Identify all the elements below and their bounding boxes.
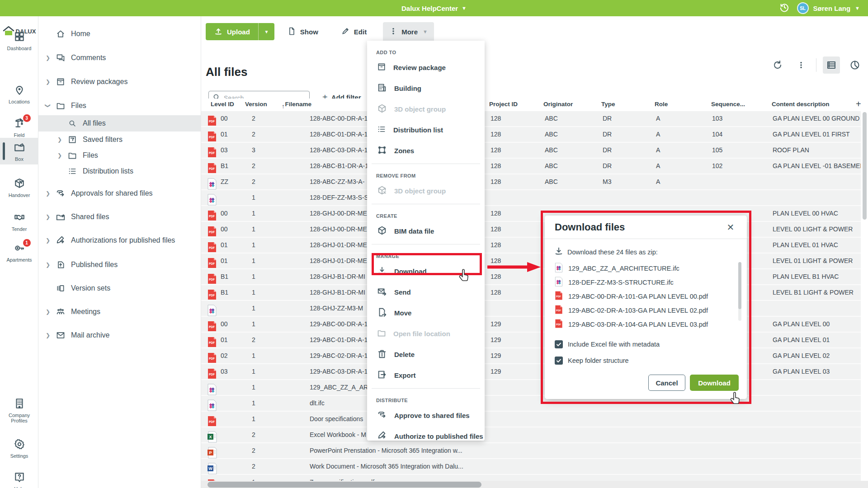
table-row[interactable]: PDF001129-ABC-00-DR-A-1129GA PLAN LEVEL … — [201, 317, 861, 333]
column-header-level-id[interactable]: Level ID — [211, 101, 234, 108]
history-icon[interactable] — [779, 2, 790, 14]
column-header-role[interactable]: Role — [655, 101, 668, 108]
chevron-right-icon[interactable]: ❯ — [42, 262, 54, 268]
column-header-project-id[interactable]: Project ID — [489, 101, 518, 108]
menu-item-building[interactable]: Building — [367, 78, 485, 99]
checkbox-checked-icon[interactable] — [555, 340, 563, 348]
column-header-originator[interactable]: Originator — [543, 101, 573, 108]
nav-item-distribution-lists[interactable]: Distribution lists — [38, 163, 201, 179]
upload-caret-button[interactable]: ▼ — [258, 23, 274, 40]
horizontal-scrollbar-thumb[interactable] — [208, 482, 481, 488]
table-row[interactable]: P2PowerPoint Prenstation - Microsoft 365… — [201, 443, 861, 459]
table-row[interactable]: PDF001128-GHJ-00-DR-ME128LEVEL 00 LIGHT … — [201, 222, 861, 238]
nav-item-authorizations-for-published-files[interactable]: ❯Authorizations for published files — [38, 232, 201, 249]
menu-item-delete[interactable]: Delete — [367, 344, 485, 365]
table-row[interactable]: 1129_ABC_ZZ_A_AR — [201, 380, 861, 396]
download-confirm-button[interactable]: Download — [690, 375, 739, 391]
checkbox-checked-icon[interactable] — [555, 357, 563, 365]
chevron-down-icon[interactable]: ❯ — [45, 100, 51, 112]
horizontal-scrollbar[interactable] — [201, 481, 868, 488]
column-header-sequence-[interactable]: Sequence... — [711, 101, 745, 108]
checkbox-keep-folder-structure[interactable]: Keep folder structure — [555, 354, 747, 367]
chart-view-button[interactable] — [846, 56, 863, 74]
nav-item-published-files[interactable]: ❯Published files — [38, 257, 201, 273]
menu-item-bim-data-file[interactable]: BIM data file — [367, 221, 485, 241]
dialog-list-scrollbar-thumb[interactable] — [738, 262, 741, 309]
table-row[interactable]: 1128-DEF-ZZ-M3-S-S — [201, 190, 861, 206]
nav-item-files[interactable]: ❯Files — [38, 147, 201, 164]
table-row[interactable]: PDF001128-GHJ-00-DR-ME128PLAN LEVEL 00 H… — [201, 206, 861, 222]
menu-item-approve-to-shared-files[interactable]: Approve to shared files — [367, 405, 485, 426]
table-row[interactable]: PDF033128-ABC-03-DR-A-1128ABCDRA105ROOF … — [201, 143, 861, 159]
table-row[interactable]: PDF002128-ABC-00-DR-A-1128ABCDRA103GA PL… — [201, 111, 861, 127]
rail-item-help[interactable]: Help — [0, 468, 38, 488]
close-icon[interactable]: ✕ — [724, 221, 737, 234]
nav-item-comments[interactable]: ❯Comments — [38, 50, 201, 66]
app-title-menu[interactable]: Dalux HelpCenter ▼ — [401, 5, 467, 12]
menu-item-authorize-to-published-files[interactable]: Authorize to published files — [367, 426, 485, 446]
table-row[interactable]: PDF1Door specifications — [201, 412, 861, 427]
rail-item-field[interactable]: 3Field — [0, 114, 38, 141]
show-button[interactable]: Show — [281, 23, 325, 41]
table-row[interactable]: PDFB11128-GHJ-B1-DR-MI128LEVEL B1 LIGHT … — [201, 285, 861, 301]
refresh-button[interactable] — [769, 56, 786, 74]
chevron-right-icon[interactable]: ❯ — [54, 136, 66, 143]
chevron-right-icon[interactable]: ❯ — [42, 55, 54, 61]
rail-item-apartments[interactable]: 1Apartments — [0, 239, 38, 265]
table-row[interactable]: PDF011128-GHJ-01-DR-ME128PLAN LEVEL 01 H… — [201, 238, 861, 253]
menu-item-export[interactable]: Export — [367, 365, 485, 385]
chevron-right-icon[interactable]: ❯ — [42, 214, 54, 220]
rail-item-handover[interactable]: Handover — [0, 174, 38, 201]
nav-item-files[interactable]: ❯Files — [38, 98, 201, 114]
table-row[interactable]: PDF012128-ABC-01-DR-A-1128ABCDRA104GA PL… — [201, 127, 861, 143]
vertical-scrollbar-thumb[interactable] — [863, 112, 867, 220]
rail-item-settings[interactable]: Settings — [0, 435, 38, 461]
table-row[interactable]: PDF021129-ABC-02-DR-A-1129GA PLAN LEVEL … — [201, 348, 861, 364]
column-header-filename[interactable]: ↑ Filename — [282, 101, 311, 108]
rail-item-dashboard[interactable]: Dashboard — [0, 27, 38, 54]
column-header-type[interactable]: Type — [601, 101, 615, 108]
table-row[interactable]: ZZ2128-ABC-ZZ-M3-A-128ABCM3A — [201, 174, 861, 190]
table-options-kebab-button[interactable] — [793, 56, 810, 74]
menu-item-distribution-list[interactable]: Distribution list — [367, 119, 485, 140]
table-row[interactable]: X2Excel Workbook - M — [201, 427, 861, 443]
chevron-right-icon[interactable]: ❯ — [42, 190, 54, 197]
table-row[interactable]: W2Work Document - Microsoft 365 Integrat… — [201, 459, 861, 475]
edit-button[interactable]: Edit — [335, 23, 373, 41]
chevron-right-icon[interactable]: ❯ — [42, 79, 54, 85]
rail-item-box[interactable]: Box — [0, 138, 38, 164]
menu-item-zones[interactable]: Zones — [367, 140, 485, 161]
more-button[interactable]: More ▼ — [383, 22, 434, 41]
chevron-right-icon[interactable]: ❯ — [42, 237, 54, 244]
table-row[interactable]: 1128-GHJ-ZZ-M3-M — [201, 301, 861, 317]
nav-item-review-packages[interactable]: ❯Review packages — [38, 74, 201, 90]
checkbox-include-excel-file-with-metadata[interactable]: Include Excel file with metadata — [555, 338, 747, 351]
table-row[interactable]: PDFB12128-ABC-B1-DR-A-1128ABCDRA102GA PL… — [201, 159, 861, 174]
column-header-content-description[interactable]: Content description — [772, 101, 830, 108]
table-row[interactable]: PDF031129-ABC-03-DR-A-1129GA PLAN LEVEL … — [201, 364, 861, 380]
menu-item-move[interactable]: Move — [367, 302, 485, 323]
chevron-right-icon[interactable]: ❯ — [42, 332, 54, 338]
user-menu[interactable]: SL Søren Lang ▼ — [797, 2, 860, 14]
nav-item-meetings[interactable]: ❯Meetings — [38, 304, 201, 320]
nav-item-saved-filters[interactable]: ❯Saved filters — [38, 131, 201, 148]
table-row[interactable]: 1dlt.ifc — [201, 396, 861, 412]
cancel-button[interactable]: Cancel — [648, 375, 685, 391]
nav-item-approvals-for-shared-files[interactable]: ❯Approvals for shared files — [38, 185, 201, 202]
table-row[interactable]: PDF012129-ABC-01-DR-A-1129GA PLAN LEVEL … — [201, 333, 861, 348]
nav-item-home[interactable]: Home — [38, 26, 201, 42]
add-column-icon[interactable]: + — [856, 99, 861, 109]
chevron-right-icon[interactable]: ❯ — [42, 309, 54, 315]
upload-button[interactable]: Upload ▼ — [206, 23, 274, 40]
rail-item-tender[interactable]: Tender — [0, 208, 38, 235]
rail-item-locations[interactable]: Locations — [0, 80, 38, 107]
menu-item-review-package[interactable]: Review package — [367, 57, 485, 78]
menu-item-send[interactable]: Send — [367, 282, 485, 302]
nav-item-shared-files[interactable]: ❯Shared files — [38, 209, 201, 225]
nav-item-mail-archive[interactable]: ❯Mail archive — [38, 327, 201, 343]
nav-item-version-sets[interactable]: Version sets — [38, 280, 201, 296]
column-header-version[interactable]: Version — [245, 101, 267, 108]
nav-item-all-files[interactable]: All files — [38, 115, 201, 131]
list-view-button[interactable] — [823, 56, 840, 74]
chevron-right-icon[interactable]: ❯ — [54, 152, 66, 159]
